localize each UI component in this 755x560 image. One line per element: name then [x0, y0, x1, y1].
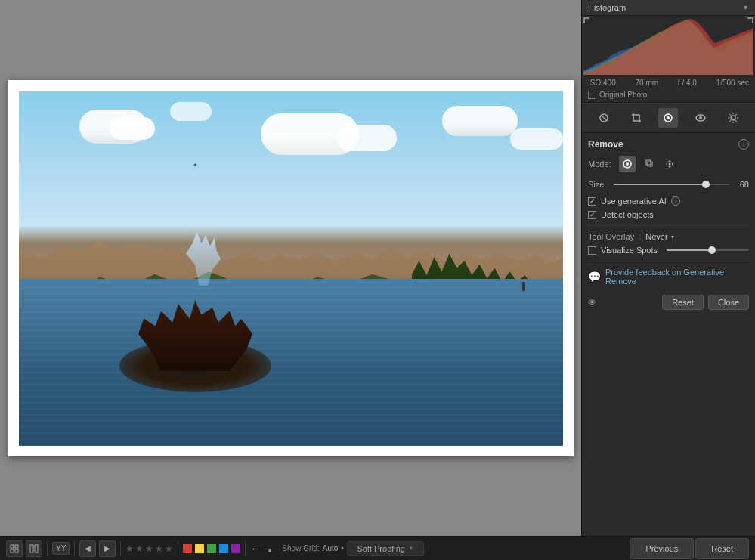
- svg-rect-12: [11, 549, 14, 552]
- soft-proofing-button[interactable]: Soft Proofing ▼: [347, 541, 424, 556]
- iso-value: ISO 400: [588, 79, 616, 87]
- mode-clone-icon[interactable]: [640, 156, 657, 172]
- toolbar-dual-view[interactable]: [26, 540, 42, 557]
- mode-heal-icon[interactable]: [619, 156, 636, 172]
- original-photo-checkbox[interactable]: [588, 91, 596, 99]
- size-row: Size 68: [588, 180, 749, 189]
- toolbar-grid-view[interactable]: [6, 540, 23, 557]
- histogram-corner-left: [583, 17, 589, 23]
- size-slider[interactable]: [614, 184, 729, 185]
- svg-point-6: [731, 116, 735, 120]
- feedback-text[interactable]: Provide feedback on Generative Remove: [605, 268, 749, 286]
- toolbar-prev-nav[interactable]: ◀: [79, 540, 96, 557]
- star-2[interactable]: ★: [135, 543, 144, 554]
- nav-right-arrow[interactable]: →: [262, 543, 273, 555]
- show-grid-value[interactable]: Auto: [323, 544, 339, 552]
- generative-ai-checkbox[interactable]: [588, 197, 596, 206]
- close-button[interactable]: Close: [708, 295, 749, 310]
- svg-rect-15: [35, 545, 38, 552]
- tool-redeye[interactable]: [691, 108, 710, 128]
- feedback-icon: 💬: [588, 271, 601, 283]
- tool-heal[interactable]: [658, 108, 678, 128]
- toolbar-sep-1: [47, 541, 48, 556]
- star-1[interactable]: ★: [125, 543, 134, 554]
- svg-point-5: [699, 116, 702, 119]
- star-5[interactable]: ★: [165, 543, 173, 554]
- nav-arrows: ← →: [250, 543, 273, 555]
- panel-collapse-arrow[interactable]: ›: [577, 274, 581, 287]
- photo-canvas: ✦ ›: [0, 0, 581, 536]
- panel-title: Remove: [588, 139, 623, 150]
- mode-move-icon[interactable]: [661, 156, 678, 172]
- bottom-right-buttons: Previous Reset: [630, 538, 749, 559]
- divider-1: [588, 225, 749, 226]
- color-blue[interactable]: [219, 544, 228, 553]
- color-green[interactable]: [207, 544, 216, 553]
- feedback-row[interactable]: 💬 Provide feedback on Generative Remove: [588, 268, 749, 286]
- grid-dropdown-arrow[interactable]: ▾: [341, 545, 344, 552]
- detect-objects-label: Detect objects: [601, 210, 654, 219]
- tool-overlay-label: Tool Overlay: [588, 232, 634, 241]
- toolbar-sep-4: [178, 541, 178, 556]
- show-grid-section: Show Grid: Auto ▾: [282, 544, 344, 552]
- histogram-corner-right: [747, 17, 753, 23]
- generative-ai-info[interactable]: ?: [671, 196, 680, 206]
- generative-ai-row: Use generative AI ?: [588, 196, 749, 206]
- reset-bottom-button[interactable]: Reset: [695, 538, 749, 559]
- visualize-row: Visualize Spots: [588, 246, 749, 255]
- tool-crop[interactable]: [627, 108, 646, 128]
- color-red[interactable]: [183, 544, 192, 553]
- remove-panel: Remove i Mode: Siz: [582, 133, 755, 536]
- nav-left-arrow[interactable]: ←: [250, 543, 261, 555]
- panel-title-row: Remove i: [588, 139, 749, 150]
- soft-proofing-arrow: ▼: [408, 545, 414, 552]
- toolbar-yy[interactable]: YY: [52, 542, 70, 555]
- bottom-actions: 👁 Reset Close: [588, 292, 749, 310]
- tool-overlay-dropdown-arrow[interactable]: ▾: [671, 234, 674, 240]
- histogram-header: Histogram ▼: [582, 0, 755, 16]
- star-3[interactable]: ★: [145, 543, 153, 554]
- original-photo-row: Original Photo: [582, 89, 755, 102]
- tool-overlay-value[interactable]: Never: [645, 232, 667, 241]
- tool-content-aware[interactable]: [594, 108, 614, 128]
- tool-icons-row: [582, 103, 755, 133]
- reset-button[interactable]: Reset: [662, 295, 704, 310]
- photo-wrapper: ✦: [8, 80, 574, 456]
- eye-icon[interactable]: 👁: [588, 298, 596, 307]
- histogram-collapse-icon[interactable]: ▼: [742, 4, 749, 11]
- tool-overlay-row: Tool Overlay : Never ▾: [588, 232, 749, 241]
- svg-rect-14: [30, 545, 33, 552]
- previous-button[interactable]: Previous: [630, 538, 694, 559]
- shutter-speed: 1/500 sec: [716, 79, 749, 87]
- toolbar-sep-2: [74, 541, 75, 556]
- histogram-svg: [583, 17, 753, 75]
- remove-info-icon[interactable]: i: [738, 139, 749, 150]
- histogram-section: Histogram ▼ ISO 400 70 mm f / 4,0: [582, 0, 755, 103]
- color-yellow[interactable]: [195, 544, 204, 553]
- star-rating-row: ★ ★ ★ ★ ★: [125, 543, 173, 554]
- tool-settings[interactable]: [723, 108, 743, 128]
- histogram-title: Histogram: [588, 3, 626, 12]
- size-label: Size: [588, 180, 609, 189]
- generative-ai-label: Use generative AI: [601, 196, 667, 206]
- right-panel: Histogram ▼ ISO 400 70 mm f / 4,0: [581, 0, 755, 536]
- svg-rect-11: [15, 545, 18, 548]
- visualize-spots-label: Visualize Spots: [601, 246, 658, 255]
- svg-rect-13: [15, 549, 18, 552]
- original-photo-label: Original Photo: [599, 91, 647, 99]
- size-value: 68: [734, 180, 749, 189]
- svg-point-3: [667, 116, 670, 119]
- visualize-spots-slider[interactable]: [667, 249, 749, 251]
- star-4[interactable]: ★: [155, 543, 163, 554]
- visualize-spots-checkbox[interactable]: [588, 246, 596, 255]
- svg-line-1: [601, 115, 607, 121]
- aperture: f / 4,0: [678, 79, 697, 87]
- bottom-toolbar: YY ◀ ▶ ★ ★ ★ ★ ★ ← → Show Grid: Auto ▾ S…: [0, 536, 755, 560]
- toolbar-next-nav[interactable]: ▶: [99, 540, 116, 557]
- detect-objects-checkbox[interactable]: [588, 211, 596, 219]
- mode-row: Mode:: [588, 156, 749, 172]
- photo-image: ✦: [19, 91, 563, 446]
- soft-proofing-label: Soft Proofing: [357, 544, 405, 553]
- svg-point-9: [668, 163, 670, 166]
- color-purple[interactable]: [231, 544, 240, 553]
